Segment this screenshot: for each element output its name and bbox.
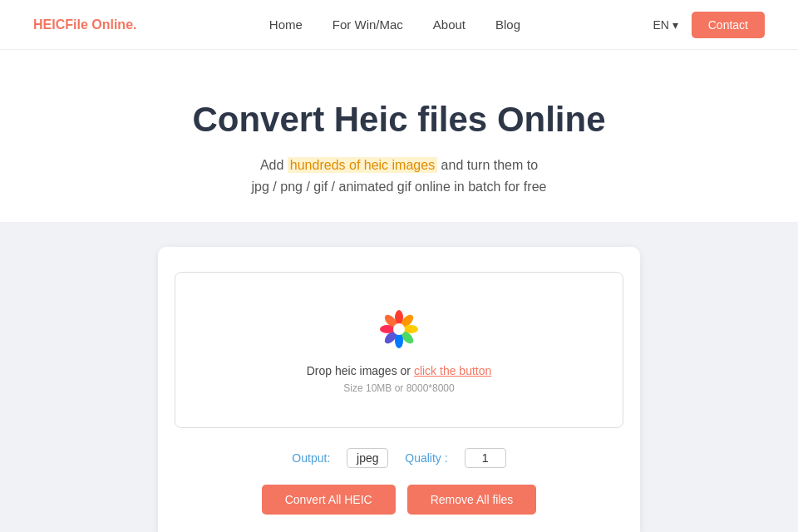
main-nav: Home For Win/Mac About Blog — [269, 17, 520, 32]
nav-home[interactable]: Home — [269, 17, 303, 32]
card-wrapper: Drop heic images or click the button Siz… — [0, 222, 798, 532]
hero-title: Convert Heic files Online — [17, 100, 781, 140]
convert-all-button[interactable]: Convert All HEIC — [262, 485, 396, 515]
main-card: Drop heic images or click the button Siz… — [158, 247, 640, 532]
drop-zone[interactable]: Drop heic images or click the button Siz… — [175, 272, 623, 428]
nav-about[interactable]: About — [433, 17, 466, 32]
hero-formats: jpg / png / gif / animated gif online in… — [252, 180, 547, 194]
output-input[interactable] — [347, 448, 388, 468]
controls-row: Output: Quality : — [175, 448, 623, 468]
nav-winmac[interactable]: For Win/Mac — [332, 17, 403, 32]
hero-highlight: hundreds of heic images — [288, 157, 437, 173]
output-label: Output: — [292, 451, 330, 465]
hero-section: Convert Heic files Online Add hundreds o… — [0, 50, 798, 222]
logo-suffix: Online. — [88, 17, 137, 32]
hero-description: Add hundreds of heic images and turn the… — [17, 155, 781, 197]
site-logo: HEICFile Online. — [33, 17, 136, 32]
quality-input[interactable] — [465, 448, 506, 468]
heic-icon — [376, 306, 422, 352]
nav-blog[interactable]: Blog — [495, 17, 520, 32]
language-selector[interactable]: EN ▾ — [653, 18, 677, 32]
svg-point-8 — [393, 323, 405, 335]
drop-text: Drop heic images or click the button — [192, 364, 606, 377]
remove-all-button[interactable]: Remove All files — [407, 485, 537, 515]
click-button-link[interactable]: click the button — [414, 364, 491, 377]
logo-brand: HEICFile — [33, 17, 88, 32]
hero-desc-mid: and turn them to — [437, 158, 538, 172]
contact-button[interactable]: Contact — [692, 12, 765, 38]
drop-subtext: Size 10MB or 8000*8000 — [192, 382, 606, 394]
hero-desc-pre: Add — [260, 158, 288, 172]
buttons-row: Convert All HEIC Remove All files — [175, 485, 623, 515]
drop-text-pre: Drop heic images or — [307, 364, 414, 377]
header-right: EN ▾ Contact — [653, 12, 765, 38]
quality-label: Quality : — [405, 451, 447, 465]
